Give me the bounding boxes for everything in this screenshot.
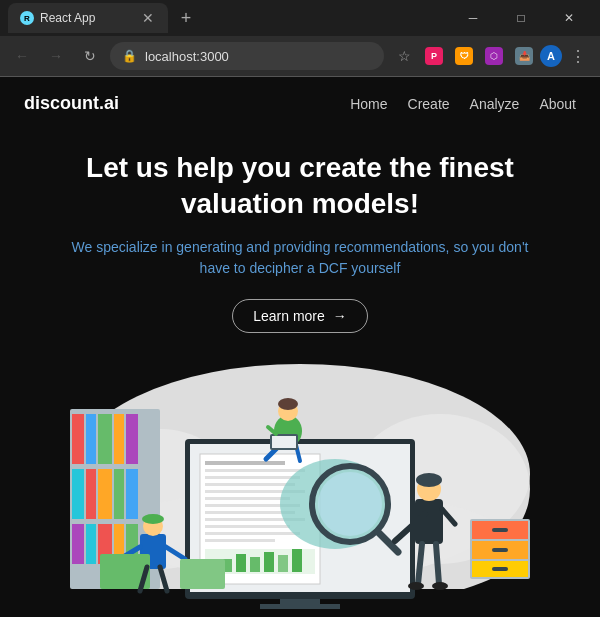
extension-icon-1[interactable]: P bbox=[420, 42, 448, 70]
url-text: localhost:3000 bbox=[145, 49, 229, 64]
svg-rect-23 bbox=[260, 604, 340, 609]
profile-icon[interactable]: A bbox=[540, 45, 562, 67]
svg-rect-16 bbox=[86, 524, 96, 564]
svg-rect-7 bbox=[98, 414, 112, 464]
svg-rect-13 bbox=[114, 469, 124, 519]
svg-rect-30 bbox=[205, 497, 290, 500]
svg-rect-9 bbox=[126, 414, 138, 464]
svg-rect-40 bbox=[236, 554, 246, 572]
illustration-svg bbox=[40, 349, 560, 609]
svg-line-61 bbox=[442, 509, 455, 524]
svg-rect-11 bbox=[86, 469, 96, 519]
close-button[interactable]: ✕ bbox=[546, 0, 592, 36]
browser-chrome: R React App ✕ + ─ □ ✕ ← → ↻ 🔒 localhost:… bbox=[0, 0, 600, 77]
address-bar: ← → ↻ 🔒 localhost:3000 ☆ P 🛡 ⬡ 📥 A ⋮ bbox=[0, 36, 600, 76]
svg-point-64 bbox=[408, 582, 424, 590]
forward-button[interactable]: → bbox=[42, 42, 70, 70]
extension-icon-3[interactable]: ⬡ bbox=[480, 42, 508, 70]
svg-rect-43 bbox=[278, 555, 288, 572]
svg-rect-27 bbox=[205, 476, 300, 479]
svg-rect-26 bbox=[205, 469, 305, 472]
svg-point-59 bbox=[416, 473, 442, 487]
svg-rect-72 bbox=[180, 559, 225, 589]
extension-icon-2[interactable]: 🛡 bbox=[450, 42, 478, 70]
svg-rect-81 bbox=[492, 567, 508, 571]
toolbar-icons: ☆ P 🛡 ⬡ 📥 A ⋮ bbox=[390, 42, 592, 70]
nav-home[interactable]: Home bbox=[350, 96, 387, 112]
svg-rect-10 bbox=[72, 469, 84, 519]
new-tab-button[interactable]: + bbox=[172, 4, 200, 32]
hero-illustration bbox=[0, 349, 600, 609]
svg-point-68 bbox=[142, 514, 164, 524]
learn-more-arrow: → bbox=[333, 308, 347, 324]
svg-rect-5 bbox=[72, 414, 84, 464]
svg-rect-12 bbox=[98, 469, 112, 519]
svg-line-70 bbox=[166, 547, 185, 559]
learn-more-label: Learn more bbox=[253, 308, 325, 324]
nav-create[interactable]: Create bbox=[408, 96, 450, 112]
svg-rect-79 bbox=[492, 528, 508, 532]
svg-rect-80 bbox=[492, 548, 508, 552]
svg-rect-8 bbox=[114, 414, 124, 464]
svg-point-51 bbox=[278, 398, 298, 410]
site-logo: discount.ai bbox=[24, 93, 119, 114]
extension-icon-4[interactable]: 📥 bbox=[510, 42, 538, 70]
svg-rect-25 bbox=[205, 461, 285, 465]
hero-title: Let us help you create the finest valuat… bbox=[40, 150, 560, 223]
nav-links: Home Create Analyze About bbox=[350, 96, 576, 112]
svg-rect-36 bbox=[205, 539, 275, 542]
nav-analyze[interactable]: Analyze bbox=[470, 96, 520, 112]
svg-rect-35 bbox=[205, 532, 300, 535]
chrome-menu-button[interactable]: ⋮ bbox=[564, 42, 592, 70]
svg-line-62 bbox=[418, 544, 422, 584]
svg-point-47 bbox=[318, 472, 382, 536]
svg-point-65 bbox=[432, 582, 448, 590]
hero-section: Let us help you create the finest valuat… bbox=[0, 130, 600, 349]
tab-close-button[interactable]: ✕ bbox=[140, 10, 156, 26]
back-button[interactable]: ← bbox=[8, 42, 36, 70]
browser-tab[interactable]: R React App ✕ bbox=[8, 3, 168, 33]
svg-rect-14 bbox=[126, 469, 138, 519]
tab-bar: R React App ✕ + ─ □ ✕ bbox=[0, 0, 600, 36]
svg-rect-28 bbox=[205, 483, 295, 486]
url-bar[interactable]: 🔒 localhost:3000 bbox=[110, 42, 384, 70]
tab-favicon: R bbox=[20, 11, 34, 25]
svg-line-74 bbox=[160, 567, 167, 591]
svg-rect-15 bbox=[72, 524, 84, 564]
refresh-button[interactable]: ↻ bbox=[76, 42, 104, 70]
minimize-button[interactable]: ─ bbox=[450, 0, 496, 36]
svg-rect-41 bbox=[250, 557, 260, 572]
security-lock-icon: 🔒 bbox=[122, 49, 137, 63]
svg-rect-42 bbox=[264, 552, 274, 572]
svg-line-63 bbox=[436, 544, 439, 584]
hero-subtitle: We specialize in generating and providin… bbox=[60, 237, 540, 279]
website-content: discount.ai Home Create Analyze About Le… bbox=[0, 77, 600, 617]
svg-rect-34 bbox=[205, 525, 290, 528]
svg-rect-55 bbox=[272, 436, 296, 448]
learn-more-button[interactable]: Learn more → bbox=[232, 299, 368, 333]
svg-rect-44 bbox=[292, 549, 302, 572]
window-controls: ─ □ ✕ bbox=[450, 0, 592, 36]
site-navigation: discount.ai Home Create Analyze About bbox=[0, 77, 600, 130]
tab-title: React App bbox=[40, 11, 95, 25]
maximize-button[interactable]: □ bbox=[498, 0, 544, 36]
bookmark-icon[interactable]: ☆ bbox=[390, 42, 418, 70]
svg-rect-6 bbox=[86, 414, 96, 464]
nav-about[interactable]: About bbox=[539, 96, 576, 112]
